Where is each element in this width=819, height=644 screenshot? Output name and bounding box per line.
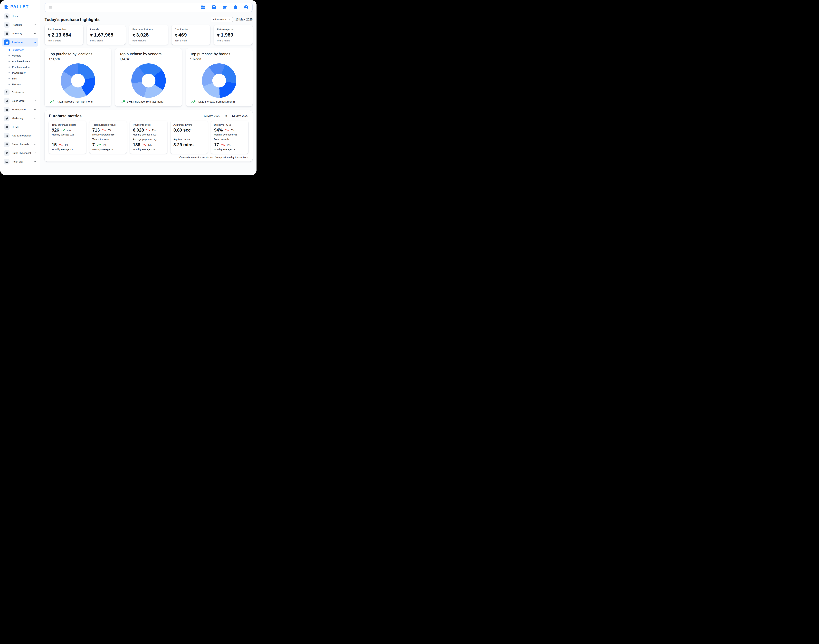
subitem-label: Overview bbox=[12, 49, 24, 51]
metric-change: 4% bbox=[67, 129, 71, 132]
sidebar-item-label: Pallet pay bbox=[12, 160, 23, 163]
menu-icon[interactable] bbox=[49, 5, 53, 10]
sidebar-item-sales-order[interactable]: Sales Order bbox=[2, 97, 38, 105]
sidebar-item-home[interactable]: Home bbox=[2, 12, 38, 20]
sidebar-item-app-integration[interactable]: App & Integration bbox=[2, 131, 38, 140]
sidebar-subitem-vendors[interactable]: Vendors bbox=[7, 53, 38, 58]
sidebar-item-pallet-pay[interactable]: Pallet pay bbox=[2, 158, 38, 166]
sidebar-item-products[interactable]: Products bbox=[2, 21, 38, 29]
stat-title: Return rejected bbox=[217, 28, 249, 31]
widgets-icon[interactable] bbox=[201, 5, 205, 10]
metric-change: 2% bbox=[227, 144, 230, 146]
app-logo: PALLET bbox=[0, 3, 40, 10]
metrics-date-range: 13 May, 2025 to 13 May, 2025 bbox=[204, 114, 248, 118]
trend-up-icon bbox=[191, 100, 196, 103]
metric-card-total-purchase-orders: Total purchase orders 926 4% Monthly ave… bbox=[49, 121, 86, 154]
sidebar-subitem-bills[interactable]: Bills bbox=[7, 76, 38, 81]
stat-card-credit-notes: Credit notes ₹469 from 1 return bbox=[171, 25, 210, 45]
sidebar-subitem-inward-grn[interactable]: Inward (GRN) bbox=[7, 70, 38, 76]
metric-average bbox=[173, 148, 205, 151]
bullet-dot bbox=[9, 84, 10, 85]
chevron-down-icon bbox=[34, 32, 36, 35]
subitem-label: Returns bbox=[12, 83, 21, 86]
chevron-down-icon bbox=[34, 117, 36, 120]
stat-title: Purchase Returns bbox=[132, 28, 165, 31]
subitem-label: Bills bbox=[12, 77, 17, 80]
trend-arrow-icon bbox=[142, 144, 146, 146]
chevron-down-icon bbox=[34, 143, 36, 146]
sidebar-subitem-overview[interactable]: Overview bbox=[7, 47, 38, 53]
sidebar-item-label: Purchase bbox=[12, 41, 23, 44]
account-icon[interactable] bbox=[244, 5, 249, 10]
metric-title: Total purchase orders bbox=[52, 123, 83, 126]
chevron-down-icon bbox=[34, 23, 36, 26]
sidebar-item-pallet-hyperlocal[interactable]: Pallet Hyperlocal bbox=[2, 149, 38, 157]
donut-chart-vendors bbox=[132, 63, 166, 98]
sidebar-nav: Home Products Inventory Purchase Overvie… bbox=[0, 12, 40, 166]
sidebar-item-customers[interactable]: Customers bbox=[2, 88, 38, 97]
date-from[interactable]: 13 May, 2025 bbox=[204, 114, 220, 118]
chart-title: Top purchase by locations bbox=[49, 52, 107, 56]
stat-card-return-rejected: Return rejected ₹1,989 from 1 return bbox=[214, 25, 253, 45]
metric-value: 713 bbox=[92, 127, 100, 133]
donut-chart-brands bbox=[202, 63, 236, 98]
sidebar-item-hrms[interactable]: HRMS bbox=[2, 123, 38, 131]
notifications-icon[interactable] bbox=[233, 5, 238, 10]
metric-title: Direct vs PO % bbox=[214, 123, 245, 126]
app-window: PALLET Home Products Inventory Purchase bbox=[0, 0, 257, 175]
trend-text: 7,423 increase from last month bbox=[57, 100, 93, 103]
sidebar-subitem-purchase-orders[interactable]: Purchase orders bbox=[7, 64, 38, 70]
chart-title: Top purchase by vendors bbox=[119, 52, 178, 56]
stat-card-purchase-returns: Purchase Returns ₹3,028 from 3 returns bbox=[129, 25, 168, 45]
workspace-icon[interactable] bbox=[211, 5, 216, 10]
currency-symbol: ₹ bbox=[90, 33, 93, 37]
metric-change: 3% bbox=[231, 129, 234, 132]
bullet-dot bbox=[9, 72, 10, 74]
sidebar-item-label: HRMS bbox=[12, 126, 19, 129]
cart-icon[interactable] bbox=[222, 5, 227, 10]
hyperlocal-pin-icon bbox=[4, 150, 9, 156]
metric-change: 7% bbox=[152, 129, 156, 132]
metric-average: Monthly average 13 bbox=[214, 148, 245, 151]
metric-card-total-purchase-value: Total purchase value 713 3% Monthly aver… bbox=[89, 121, 127, 154]
sidebar-item-label: App & Integration bbox=[12, 134, 31, 137]
trend-arrow-icon bbox=[61, 129, 65, 131]
donut-hole bbox=[142, 74, 155, 87]
highlights-date: 13 May, 2025 bbox=[236, 18, 253, 21]
stat-card-inwards: Inwards ₹1,67,965 from 3 orders bbox=[87, 25, 126, 45]
bullet-dot bbox=[9, 78, 10, 79]
metric-average: Monthly average 728 bbox=[52, 133, 83, 136]
trend-up-icon bbox=[120, 100, 125, 103]
sidebar-item-label: Sales Order bbox=[12, 100, 25, 103]
sidebar-item-marketing[interactable]: Marketing bbox=[2, 114, 38, 123]
chevron-down-icon bbox=[34, 152, 36, 155]
bullet-dot bbox=[9, 61, 10, 62]
sidebar-subitem-returns[interactable]: Returns bbox=[7, 81, 38, 87]
trend-arrow-icon bbox=[225, 129, 229, 131]
stat-subtitle: from 7 orders bbox=[48, 40, 80, 42]
sidebar-item-sales-channels[interactable]: Sales channels bbox=[2, 140, 38, 149]
sidebar-subitem-purchase-indent[interactable]: Purchase indent bbox=[7, 58, 38, 64]
metric-value: 15 bbox=[52, 143, 57, 147]
donut-chart-row: Top purchase by locations 1,14,568 7,423… bbox=[44, 48, 253, 106]
donut-chart-locations bbox=[61, 63, 95, 98]
bullet-dot bbox=[9, 55, 10, 56]
stat-title: Credit notes bbox=[175, 28, 207, 31]
sidebar: PALLET Home Products Inventory Purchase bbox=[0, 0, 40, 175]
stat-value: 469 bbox=[178, 32, 187, 38]
purchase-bag-icon bbox=[4, 40, 9, 45]
apps-grid-icon bbox=[4, 133, 9, 138]
metric-average: Monthly average 656 bbox=[92, 133, 124, 136]
metrics-grid: Total purchase orders 926 4% Monthly ave… bbox=[49, 121, 248, 154]
sidebar-item-marketplace[interactable]: Marketplace bbox=[2, 105, 38, 114]
purchase-metrics-section: Purchase metrics 13 May, 2025 to 13 May,… bbox=[44, 110, 253, 161]
trend-arrow-icon bbox=[102, 129, 106, 131]
sidebar-item-inventory[interactable]: Inventory bbox=[2, 29, 38, 38]
date-to[interactable]: 13 May, 2025 bbox=[232, 114, 248, 118]
metric-change: 3% bbox=[108, 129, 112, 132]
logo-text: PALLET bbox=[10, 4, 29, 9]
metric-value: 17 bbox=[214, 143, 219, 147]
products-tag-icon bbox=[4, 22, 9, 28]
location-filter[interactable]: All locations bbox=[211, 17, 233, 22]
sidebar-item-purchase[interactable]: Purchase bbox=[2, 38, 38, 46]
